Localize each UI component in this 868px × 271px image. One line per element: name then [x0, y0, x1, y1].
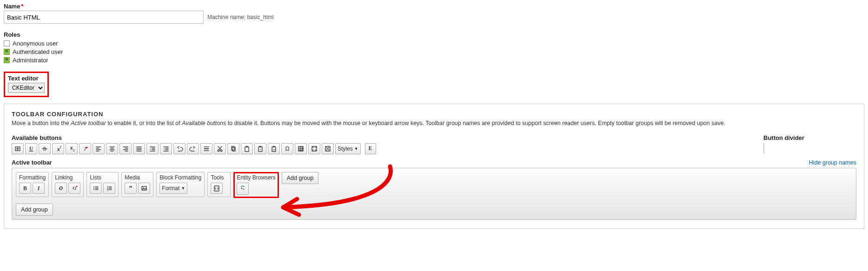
format-label: Format: [162, 185, 179, 192]
superscript-button[interactable]: x2: [52, 143, 64, 154]
hide-group-names-link[interactable]: Hide group names: [809, 159, 856, 166]
strike-button[interactable]: S: [39, 143, 51, 154]
numbered-icon: 123: [106, 185, 113, 192]
text-editor-label: Text editor: [8, 75, 45, 82]
blockquote-icon: ”: [127, 185, 134, 192]
outdent-icon: [162, 145, 170, 152]
paste-text-icon: T: [257, 145, 264, 152]
svg-text:B: B: [23, 185, 27, 192]
divider-sample[interactable]: [763, 143, 764, 153]
svg-point-34: [93, 188, 94, 189]
add-group-button[interactable]: Add group: [16, 204, 53, 216]
table-icon: [297, 145, 305, 152]
entity-browser-button[interactable]: [237, 183, 249, 195]
table-button[interactable]: [295, 143, 307, 154]
group-title: Entity Browsers: [237, 174, 275, 181]
svg-point-44: [243, 189, 245, 190]
role-row: Administrator: [4, 57, 864, 64]
machine-name-display: Machine name: basic_html: [207, 14, 274, 20]
toolbar-group-lists[interactable]: Lists123: [86, 172, 119, 197]
redo-icon: [189, 145, 197, 152]
italic-button[interactable]: I: [33, 183, 45, 194]
toolbar-group-formatting[interactable]: FormattingBI: [16, 172, 49, 197]
show-blocks-button[interactable]: [322, 143, 334, 154]
group-title: Formatting: [19, 174, 46, 181]
numbered-button[interactable]: 123: [103, 183, 115, 194]
undo-button[interactable]: [173, 143, 186, 154]
link-button[interactable]: [55, 183, 67, 194]
available-buttons-label: Available buttons: [12, 134, 763, 141]
paste-text-button[interactable]: T: [254, 143, 266, 154]
toolbar-group-block-formatting[interactable]: Block FormattingFormat▼: [156, 172, 205, 197]
toolbar-config-panel: TOOLBAR CONFIGURATION Move a button into…: [4, 104, 864, 229]
redo-button[interactable]: [187, 143, 199, 154]
special-char-button[interactable]: Ω: [281, 143, 293, 154]
text-editor-select[interactable]: CKEditor: [8, 83, 45, 93]
bulleted-button[interactable]: [90, 183, 102, 194]
indent-button[interactable]: [146, 143, 159, 154]
role-checkbox[interactable]: [4, 40, 10, 46]
language-button[interactable]: [12, 143, 24, 154]
svg-text:U: U: [29, 145, 33, 151]
maximize-button[interactable]: [308, 143, 320, 154]
button-divider-label: Button divider: [763, 134, 856, 141]
remove-format-button[interactable]: I: [79, 143, 91, 154]
name-input[interactable]: [4, 11, 204, 24]
add-group-button[interactable]: Add group: [282, 172, 319, 184]
show-blocks-icon: [324, 145, 331, 152]
subscript-button[interactable]: x2: [66, 143, 78, 154]
blockquote-button[interactable]: ”: [125, 183, 137, 194]
paste-icon: [243, 145, 251, 152]
role-row: Anonymous user: [4, 40, 864, 47]
align-justify-button[interactable]: [133, 143, 145, 154]
align-right-icon: [122, 145, 129, 152]
role-checkbox[interactable]: [4, 49, 10, 55]
hr-icon: [203, 145, 210, 152]
image-button[interactable]: [138, 183, 150, 194]
role-label: Anonymous user: [13, 40, 58, 47]
bold-icon: B: [21, 185, 29, 192]
align-center-icon: [108, 145, 116, 152]
chevron-down-icon: ▼: [354, 146, 358, 151]
paste-word-button[interactable]: W: [268, 143, 280, 154]
styles-dropdown[interactable]: Styles▼: [335, 143, 361, 154]
format-dropdown[interactable]: Format▼: [159, 183, 187, 194]
unlink-icon: [71, 185, 78, 192]
entity-browser-icon: [239, 184, 246, 193]
svg-text:2: 2: [60, 145, 61, 149]
strike-icon: S: [41, 145, 48, 152]
underline-button[interactable]: U: [25, 143, 37, 154]
svg-rect-23: [273, 146, 275, 147]
align-left-button[interactable]: [93, 143, 105, 154]
name-field-wrapper: Name* Machine name: basic_html: [4, 3, 864, 24]
align-right-button[interactable]: [119, 143, 132, 154]
e-button[interactable]: E: [365, 143, 376, 154]
toolbar-group-tools[interactable]: Tools: [207, 172, 231, 197]
svg-rect-16: [232, 147, 235, 151]
copy-icon: [230, 145, 237, 152]
outdent-button[interactable]: [160, 143, 172, 154]
align-center-button[interactable]: [106, 143, 118, 154]
copy-button[interactable]: [227, 143, 239, 154]
unlink-button[interactable]: [68, 183, 80, 194]
toolbar-group-linking[interactable]: Linking: [52, 172, 84, 197]
paste-button[interactable]: [241, 143, 253, 154]
special-char-icon: Ω: [284, 145, 291, 152]
role-label: Administrator: [13, 57, 48, 64]
name-label: Name*: [4, 3, 864, 10]
source-button[interactable]: [211, 183, 223, 194]
toolbar-group-entity-browsers[interactable]: Entity Browsers: [233, 172, 278, 198]
bold-button[interactable]: B: [19, 183, 31, 194]
align-left-icon: [95, 145, 102, 152]
roles-section: Roles Anonymous userAuthenticated userAd…: [4, 31, 864, 64]
indent-icon: [149, 145, 156, 152]
image-icon: [140, 185, 148, 192]
toolbar-group-media[interactable]: Media”: [121, 172, 153, 197]
group-title: Block Formatting: [159, 174, 201, 181]
cut-button[interactable]: [214, 143, 226, 154]
superscript-icon: x2: [54, 145, 62, 152]
hr-button[interactable]: [200, 143, 212, 154]
role-checkbox[interactable]: [4, 57, 10, 63]
svg-text:Ω: Ω: [285, 145, 290, 152]
undo-icon: [176, 145, 183, 152]
